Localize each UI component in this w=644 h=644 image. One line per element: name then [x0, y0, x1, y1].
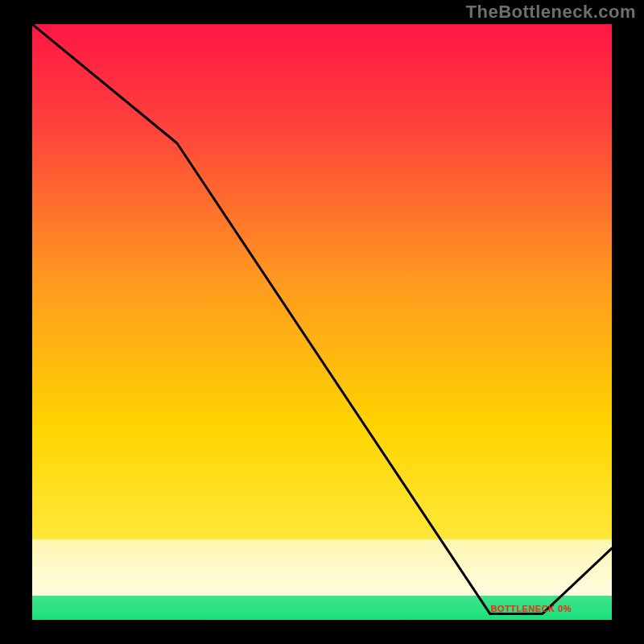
- gradient-main: [32, 24, 612, 539]
- chart-frame: TheBottleneck.com: [0, 0, 644, 644]
- plot-svg: [32, 24, 612, 620]
- bottleneck-label: BOTTLENECK 0%: [490, 604, 572, 613]
- watermark-text: TheBottleneck.com: [466, 2, 636, 23]
- gradient-cream-band: [32, 539, 612, 596]
- plot-area: [32, 24, 612, 620]
